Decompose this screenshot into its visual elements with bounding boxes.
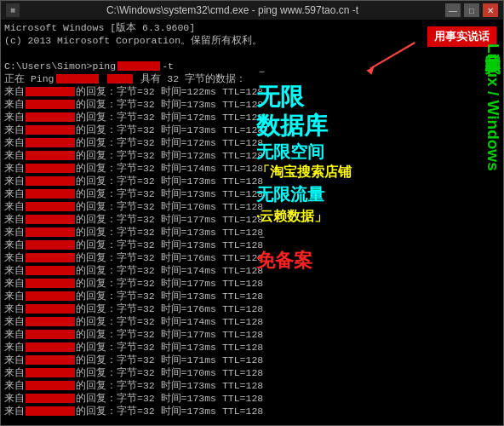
ip-redacted-row-bar (26, 304, 75, 314)
ping-row: 来自 的回复：字节=32 时间=173ms TTL=128 (4, 405, 500, 417)
ip-redacted-bar-3 (107, 74, 133, 83)
ip-redacted-bar-1 (117, 61, 160, 71)
window-title: C:\Windows\system32\cmd.exe - ping www.5… (20, 4, 445, 16)
ip-redacted-row-bar (26, 291, 75, 301)
console-line-1: Microsoft Windows [版本 6.3.9600] (4, 21, 500, 34)
ping-row: 来自 的回复：字节=32 时间=170ms TTL=128 (4, 200, 500, 213)
console-line-2: (c) 2013 Microsoft Corporation。保留所有权利。 (4, 34, 500, 47)
ip-redacted-row-bar (26, 368, 75, 377)
ping-row: 来自 的回复：字节=32 时间=173ms TTL=128 (4, 392, 500, 405)
minimize-button[interactable]: — (445, 3, 461, 17)
ping-row: 来自 的回复：字节=32 时间=177ms TTL=128 (4, 277, 500, 290)
ping-rows-container: 来自 的回复：字节=32 时间=122ms TTL=128来自 的回复：字节=3… (4, 85, 500, 417)
ip-redacted-row-bar (26, 253, 75, 262)
ip-redacted-row-bar (26, 164, 75, 173)
ping-row: 来自 的回复：字节=32 时间=173ms TTL=128 (4, 98, 500, 111)
console-body: Microsoft Windows [版本 6.3.9600] (c) 2013… (1, 20, 503, 425)
ping-row: 来自 的回复：字节=32 时间=174ms TTL=128 (4, 315, 500, 328)
ip-redacted-row-bar (26, 266, 75, 275)
ping-row: 来自 的回复：字节=32 时间=173ms TTL=128 (4, 341, 500, 354)
ip-redacted-row-bar (26, 240, 75, 250)
ping-row: 来自 的回复：字节=32 时间=173ms TTL=128 (4, 226, 500, 239)
ip-redacted-row-bar (26, 227, 75, 237)
ping-row: 来自 的回复：字节=32 时间=172ms TTL=128 (4, 111, 500, 124)
ping-row: 来自 的回复：字节=32 时间=172ms TTL=128 (4, 149, 500, 162)
ping-row: 来自 的回复：字节=32 时间=173ms TTL=128 (4, 239, 500, 251)
ping-row: 来自 的回复：字节=32 时间=177ms TTL=128 (4, 328, 500, 341)
ip-redacted-bar-2 (56, 74, 99, 83)
ip-redacted-row-bar (26, 330, 75, 339)
ping-row: 来自 的回复：字节=32 时间=122ms TTL=128 (4, 85, 500, 98)
ping-row: 来自 的回复：字节=32 时间=176ms TTL=128 (4, 302, 500, 315)
ip-redacted-row-bar (26, 202, 75, 211)
ping-row: 来自 的回复：字节=32 时间=173ms TTL=128 (4, 175, 500, 187)
ip-redacted-row-bar (26, 317, 75, 326)
ping-row: 来自 的回复：字节=32 时间=177ms TTL=128 (4, 213, 500, 226)
console-ping-command: C:\Users\Simon>ping -t (4, 60, 500, 72)
ping-row: 来自 的回复：字节=32 时间=171ms TTL=128 (4, 354, 500, 366)
window-icon: ■ (6, 3, 20, 17)
ip-redacted-row-bar (26, 355, 75, 365)
window-controls: — □ ✕ (445, 3, 498, 17)
ping-row: 来自 的回复：字节=32 时间=174ms TTL=128 (4, 264, 500, 277)
ip-redacted-row-bar (26, 176, 75, 186)
ping-row: 来自 的回复：字节=32 时间=173ms TTL=128 (4, 124, 500, 136)
maximize-button[interactable]: □ (464, 3, 479, 17)
ip-redacted-row-bar (26, 112, 75, 122)
ip-redacted-row-bar (26, 151, 75, 160)
ip-redacted-row-bar (26, 87, 75, 96)
ping-row: 来自 的回复：字节=32 时间=172ms TTL=128 (4, 136, 500, 149)
ping-row: 来自 的回复：字节=32 时间=176ms TTL=128 (4, 251, 500, 264)
console-line-3 (4, 47, 500, 60)
ip-redacted-row-bar (26, 279, 75, 288)
ip-redacted-row-bar (26, 215, 75, 224)
ip-redacted-row-bar (26, 394, 75, 403)
title-bar: ■ C:\Windows\system32\cmd.exe - ping www… (1, 1, 503, 20)
ping-row: 来自 的回复：字节=32 时间=173ms TTL=128 (4, 290, 500, 302)
ping-row: 来自 的回复：字节=32 时间=173ms TTL=128 (4, 379, 500, 392)
console-ping-header: 正在 Ping 具有 32 字节的数据： (4, 72, 500, 85)
close-button[interactable]: ✕ (483, 3, 498, 17)
ip-redacted-row-bar (26, 406, 75, 416)
ip-redacted-row-bar (26, 381, 75, 390)
ping-row: 来自 的回复：字节=32 时间=170ms TTL=128 (4, 366, 500, 379)
ping-row: 来自 的回复：字节=32 时间=173ms TTL=128 (4, 187, 500, 200)
cmd-window: ■ C:\Windows\system32\cmd.exe - ping www… (0, 0, 504, 426)
ping-row: 来自 的回复：字节=32 时间=174ms TTL=128 (4, 162, 500, 175)
ip-redacted-row-bar (26, 100, 75, 109)
ip-redacted-row-bar (26, 138, 75, 147)
ip-redacted-row-bar (26, 189, 75, 199)
ip-redacted-row-bar (26, 343, 75, 352)
ip-redacted-row-bar (26, 125, 75, 135)
